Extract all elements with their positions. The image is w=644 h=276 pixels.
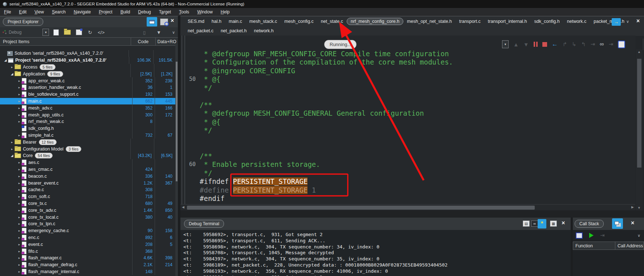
- find-binoculars-icon[interactable]: ∞: [531, 221, 538, 227]
- tree-row[interactable]: ▸enc.c8926: [0, 234, 175, 241]
- menu-view[interactable]: View: [30, 9, 48, 15]
- down-arrow-icon[interactable]: ▼: [523, 41, 529, 48]
- new-file-icon[interactable]: [53, 29, 59, 36]
- editor-tab-packet-mesh-h[interactable]: packet_mesh.h: [590, 18, 628, 25]
- expander-icon[interactable]: ▸: [17, 86, 22, 89]
- tree-row[interactable]: ▸aes.c: [0, 159, 175, 166]
- tree-row[interactable]: ▸Access5 files: [0, 64, 175, 71]
- expander-icon[interactable]: ▸: [17, 133, 22, 137]
- scroll-down-icon[interactable]: ▼: [637, 206, 641, 210]
- goto-pc-button[interactable]: ⇥: [608, 41, 613, 48]
- step-into-button[interactable]: ↳: [572, 41, 576, 48]
- expander-icon[interactable]: ▸: [17, 106, 22, 110]
- step-over-button[interactable]: ↱: [563, 41, 567, 48]
- editor-tab-mesh-config-c[interactable]: mesh_config.c: [281, 18, 317, 25]
- expander-open-icon[interactable]: ◢: [3, 58, 8, 62]
- editor-tab-transport-c[interactable]: transport.c: [456, 18, 484, 25]
- editor-tab-net-packet-h[interactable]: net_packet.h: [217, 28, 250, 34]
- scroll-left-icon[interactable]: ◀: [182, 205, 184, 209]
- project-explorer-title[interactable]: Project Explorer: [3, 18, 43, 26]
- tree-row[interactable]: ▸Bearer12 files: [0, 139, 175, 145]
- expander-open-icon[interactable]: ◢: [9, 72, 15, 76]
- close-call-stack-icon[interactable]: ×: [631, 220, 634, 226]
- tree-row[interactable]: ◢Core54 files[43.2K][6.5K]: [0, 152, 175, 159]
- expander-icon[interactable]: ▸: [17, 92, 22, 96]
- properties-icon[interactable]: [76, 29, 82, 35]
- tree-row[interactable]: ▸core_tx_local.c38040: [0, 214, 175, 221]
- scroll-up-icon[interactable]: ▲: [637, 50, 641, 54]
- expander-icon[interactable]: ▸: [17, 250, 22, 253]
- expander-icon[interactable]: ▸: [17, 202, 22, 205]
- refresh-icon[interactable]: ↻: [88, 30, 92, 35]
- expander-icon[interactable]: ▸: [17, 243, 22, 246]
- menu-window[interactable]: Window: [193, 9, 217, 15]
- menu-project[interactable]: Project: [95, 9, 116, 15]
- close-panel-icon[interactable]: ×: [171, 18, 174, 24]
- column-data-ro[interactable]: Data+RO: [155, 38, 178, 45]
- scrollbar-thumb[interactable]: [187, 206, 535, 210]
- expander-icon[interactable]: ▸: [9, 147, 15, 151]
- expander-icon[interactable]: ▸: [17, 270, 22, 273]
- tree-row[interactable]: sdk_config.h: [0, 125, 175, 132]
- column-project-items[interactable]: Project Items: [0, 38, 131, 45]
- tree-row[interactable]: ◢Project 'serial_nrf52840_xxAA_s140_7.2.…: [0, 57, 175, 64]
- expander-icon[interactable]: ▸: [17, 256, 22, 260]
- expander-icon[interactable]: ▸: [17, 188, 22, 191]
- tree-row[interactable]: ▸app_error_weak.c352238: [0, 77, 175, 84]
- tree-row[interactable]: ◢Application9 files[2.5K][1.2K]: [0, 70, 175, 77]
- run-to-cursor-button[interactable]: ⇥: [590, 41, 595, 48]
- expander-icon[interactable]: ▸: [17, 222, 22, 226]
- pause-button[interactable]: [534, 42, 538, 47]
- expander-icon[interactable]: ▸: [17, 229, 22, 232]
- expander-icon[interactable]: ▸: [17, 195, 22, 198]
- expander-icon[interactable]: ▸: [17, 99, 22, 103]
- goto-location-icon[interactable]: →: [612, 18, 621, 26]
- editor-vertical-scrollbar[interactable]: ▲ ▼: [636, 49, 643, 210]
- tree-row[interactable]: ▸flash_manager_defrag.c2.1K214: [0, 261, 175, 268]
- break-hand-icon[interactable]: [618, 41, 625, 48]
- delete-icon[interactable]: ▯: [143, 30, 146, 35]
- menu-tools[interactable]: Tools: [175, 9, 193, 15]
- tree-row[interactable]: ▸nrf_mesh_weak.c8: [0, 118, 175, 125]
- tree-row[interactable]: ▸core_tx.c68049: [0, 200, 175, 207]
- tree-row[interactable]: ▸ble_softdevice_support.c192153: [0, 91, 175, 98]
- expander-icon[interactable]: ▸: [9, 140, 15, 144]
- terminal-output[interactable]: <t: 5958692>, transport.c, 931, Got segm…: [180, 230, 571, 276]
- call-stack-title[interactable]: Call Stack: [575, 220, 604, 228]
- tree-row[interactable]: ▸flash_manager_internal.c148: [0, 268, 175, 275]
- editor-tab-main-c[interactable]: main.c: [225, 18, 246, 25]
- column-call-address[interactable]: Call Address: [615, 242, 644, 250]
- find-in-explorer-icon[interactable]: [160, 18, 168, 25]
- step-out-button[interactable]: ↰: [581, 41, 586, 48]
- expander-icon[interactable]: ▸: [17, 209, 22, 212]
- tree-row[interactable]: ▸beacon.c336140: [0, 173, 175, 180]
- expander-icon[interactable]: ▸: [17, 161, 22, 164]
- expander-icon[interactable]: ▸: [17, 79, 22, 83]
- tree-row[interactable]: ▸mesh_adv.c352166: [0, 104, 175, 111]
- editor-tab-network-c[interactable]: network.c: [563, 18, 590, 25]
- tree-row[interactable]: ▸fifo.c368: [0, 248, 175, 255]
- go-to-frame-icon[interactable]: [589, 233, 594, 238]
- step-back-button[interactable]: ←: [552, 41, 558, 48]
- panel-splitter-horizontal[interactable]: [180, 210, 644, 218]
- tree-row[interactable]: ▸cache.c308: [0, 186, 175, 193]
- editor-horizontal-scrollbar[interactable]: ◀ ▶: [180, 204, 635, 211]
- stop-button[interactable]: [542, 42, 547, 47]
- editor-tab-network-h[interactable]: network.h: [250, 28, 277, 34]
- new-folder-icon[interactable]: [64, 30, 71, 35]
- close-file-icon[interactable]: ×: [636, 18, 640, 24]
- maximize-panel-icon[interactable]: [147, 17, 157, 26]
- expander-icon[interactable]: ▸: [17, 215, 22, 219]
- frame-window-icon[interactable]: [576, 232, 583, 239]
- configuration-dropdown[interactable]: ▾: [42, 29, 49, 36]
- panel-menu-chevron-icon[interactable]: ∨: [172, 30, 175, 35]
- tree-row[interactable]: ▸mesh_app_utils.c300172: [0, 111, 175, 118]
- expander-icon[interactable]: ▸: [17, 181, 22, 185]
- up-arrow-icon[interactable]: ▲: [513, 41, 519, 48]
- terminal-settings-icon[interactable]: *: [538, 219, 546, 228]
- editor-tab-sdk-config-h[interactable]: sdk_config.h: [531, 18, 563, 25]
- switch-thread-icon[interactable]: [612, 218, 623, 229]
- tree-row[interactable]: ▸assertion_handler_weak.c361: [0, 84, 175, 91]
- editor-tab-nrf-mesh-config-core-h[interactable]: nrf_mesh_config_core.h: [347, 18, 403, 25]
- expander-open-icon[interactable]: ◢: [9, 154, 15, 157]
